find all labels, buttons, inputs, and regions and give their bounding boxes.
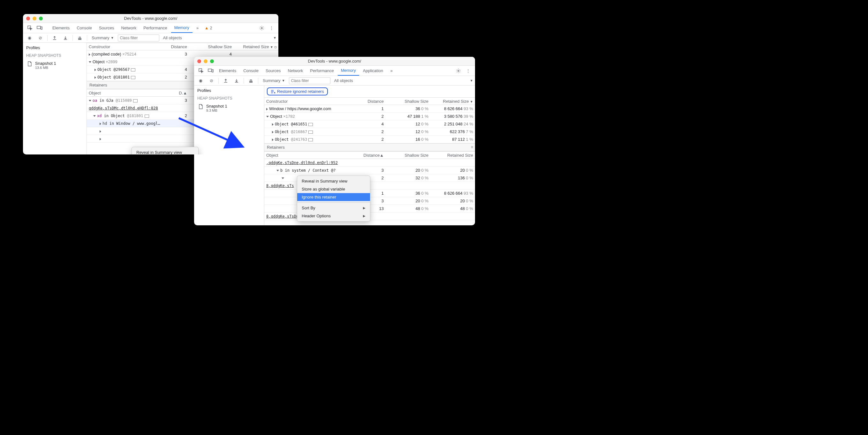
snapshot-item[interactable]: Snapshot 1 9.3 MB [197,102,261,114]
svg-rect-5 [208,69,212,71]
file-icon [27,61,33,67]
panel-icon [145,115,149,118]
tab-bar: Elements Console Sources Network Perform… [23,23,278,33]
minimize-icon[interactable] [204,59,208,63]
tab-elements[interactable]: Elements [216,66,240,75]
menu-reveal[interactable]: Reveal in Summary view [297,177,370,185]
tab-memory[interactable]: Memory [338,66,359,75]
tab-elements[interactable]: Elements [49,23,73,33]
objects-select[interactable]: All objects [161,35,184,40]
snapshot-name: Snapshot 1 [206,104,227,108]
svg-point-3 [261,27,262,29]
menu-sort-by[interactable]: Sort By▶ [297,204,370,212]
objects-select[interactable]: All objects [332,78,355,83]
hamburger-icon[interactable]: ≡ [471,145,473,149]
col-shallow[interactable]: Shallow Size [385,152,430,159]
tab-bar: Elements Console Sources Network Perform… [194,66,475,76]
titlebar[interactable]: DevTools - www.google.com/ [23,14,278,23]
constructor-row[interactable]: Object @241763216 0 %87 112 1 % [264,136,475,143]
col-retained[interactable]: Retained Size ▼ [430,98,475,105]
svg-rect-1 [37,26,40,29]
tab-console[interactable]: Console [240,66,262,75]
close-icon[interactable] [197,59,201,63]
zoom-icon[interactable] [39,17,43,21]
tab-sources[interactable]: Sources [262,66,284,75]
warning-count: 2 [210,26,212,30]
constructor-header: Constructor Distance Shallow Size Retain… [87,43,278,51]
gc-icon[interactable] [246,79,255,83]
tab-application[interactable]: Application [360,66,386,75]
titlebar[interactable]: DevTools - www.google.com/ [194,57,475,66]
col-object[interactable]: Object [264,152,360,159]
view-select[interactable]: Summary ▼ [261,78,287,83]
devtools-window-right: DevTools - www.google.com/ Elements Cons… [194,57,475,225]
tab-performance[interactable]: Performance [140,23,170,33]
export-icon[interactable] [50,36,59,40]
kebab-icon[interactable]: ⋮ [464,66,472,75]
col-shallow[interactable]: Shallow Size [385,98,430,105]
menu-header-options[interactable]: Header Options▶ [297,212,370,220]
inspect-icon[interactable] [197,66,206,75]
traffic-lights [197,59,214,63]
close-icon[interactable] [26,17,30,21]
memory-toolbar: ◉ ⊘ Summary ▼ All objects ▼ [194,76,475,86]
constructor-row[interactable]: Object @461651412 0 %2 251 048 24 % [264,120,475,128]
settings-icon[interactable] [454,66,463,75]
restore-ignored-retainers-button[interactable]: Restore ignored retainers [267,88,328,95]
class-filter-input[interactable] [289,77,331,84]
retainer-row[interactable]: b in system / Context @?320 0 %20 0 % [264,166,475,174]
retainer-row[interactable]: ,qddgKe,sTsDne,dtl0nd,enDrl:952 [264,159,475,166]
warning-badge[interactable]: ▲ 2 [203,23,214,33]
chevron-down-icon[interactable]: ▼ [273,36,276,39]
col-distance[interactable]: Distance [163,43,189,50]
col-object[interactable]: Object [87,90,171,96]
svg-rect-6 [212,69,213,72]
minimize-icon[interactable] [33,17,36,21]
tab-network[interactable]: Network [118,23,140,33]
col-distance[interactable]: Distance [360,98,385,105]
chevron-down-icon: ▼ [282,79,285,82]
device-icon[interactable] [35,23,44,33]
menu-ignore-retainer[interactable]: Ignore this retainer [297,193,370,201]
snapshot-item[interactable]: Snapshot 1 13.6 MB [26,60,83,71]
objects-label: All objects [334,78,353,83]
more-tabs-icon[interactable]: » [193,23,202,33]
col-distance[interactable]: Distance▲ [360,152,385,159]
gc-icon[interactable] [75,36,84,40]
tab-memory[interactable]: Memory [171,23,192,33]
window-title: DevTools - www.google.com/ [197,59,472,63]
col-retained[interactable]: Retained Size [430,152,475,159]
constructor-row[interactable]: Object @216867212 0 %622 376 7 % [264,128,475,136]
tab-console[interactable]: Console [73,23,95,33]
menu-reveal[interactable]: Reveal in Summary view [132,148,198,154]
record-icon[interactable]: ◉ [196,78,205,83]
zoom-icon[interactable] [210,59,214,63]
clear-icon[interactable]: ⊘ [207,78,216,83]
col-constructor[interactable]: Constructor [264,98,360,105]
col-shallow[interactable]: Shallow Size [189,43,234,50]
constructor-row[interactable]: Object ×1782247 188 1 %3 580 576 39 % [264,113,475,120]
view-select[interactable]: Summary ▼ [90,35,116,40]
import-icon[interactable] [61,36,70,40]
traffic-lights [26,17,43,21]
chevron-right-icon: ▶ [363,206,366,210]
export-icon[interactable] [221,79,230,83]
constructor-row[interactable]: Window / https://www.google.com136 0 %8 … [264,105,475,113]
more-tabs-icon[interactable]: » [387,66,396,75]
tab-performance[interactable]: Performance [307,66,337,75]
device-icon[interactable] [206,66,215,75]
import-icon[interactable] [232,79,241,83]
col-d[interactable]: D.▲ [171,90,189,96]
kebab-icon[interactable]: ⋮ [267,23,276,33]
col-retained[interactable]: Retained Size ▼ [234,43,278,50]
record-icon[interactable]: ◉ [25,35,34,40]
tab-network[interactable]: Network [285,66,307,75]
chevron-down-icon[interactable]: ▼ [470,79,473,82]
tab-sources[interactable]: Sources [96,23,118,33]
menu-store-global[interactable]: Store as global variable [297,185,370,193]
col-constructor[interactable]: Constructor [87,43,163,50]
class-filter-input[interactable] [118,34,159,41]
settings-icon[interactable] [257,23,266,33]
inspect-icon[interactable] [26,23,34,33]
clear-icon[interactable]: ⊘ [36,35,45,40]
